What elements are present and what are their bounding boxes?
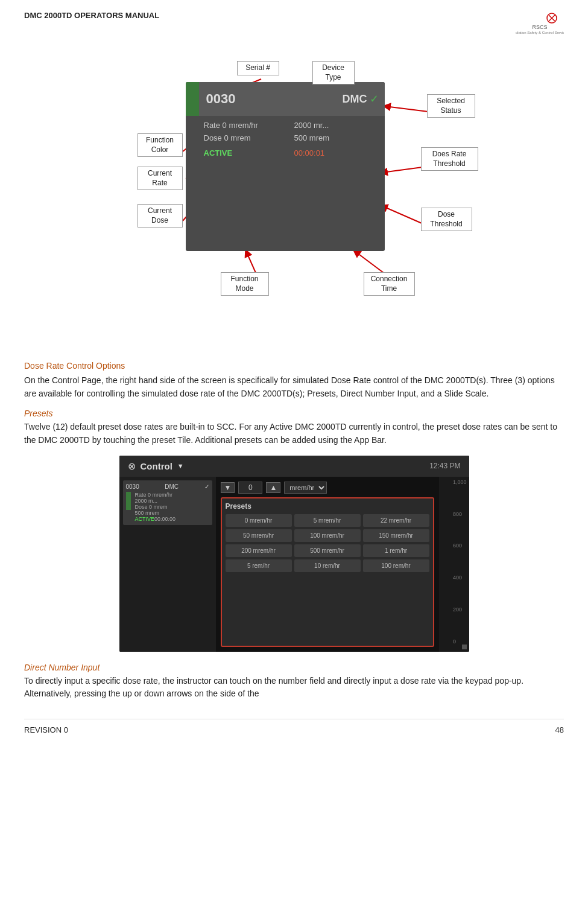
preset-btn-8[interactable]: 1 rem/hr <box>363 544 429 557</box>
page-footer: REVISION 0 48 <box>24 719 564 734</box>
presets-panel: Presets 0 mrem/hr5 mrem/hr22 mrem/hr50 m… <box>221 497 434 647</box>
sc-device-card: 0030 DMC ✓ Rate 0 mrem/hr 2000 m... Dose… <box>123 480 212 525</box>
presets-body: Twelve (12) default preset dose rates ar… <box>24 421 564 447</box>
preset-btn-9[interactable]: 5 rem/hr <box>226 559 292 572</box>
chart-label: 200 <box>453 607 467 613</box>
device-status-bar <box>186 82 199 116</box>
screenshot-title: Control <box>141 461 172 471</box>
preset-btn-1[interactable]: 5 mrem/hr <box>294 514 361 527</box>
screenshot-left-panel: 0030 DMC ✓ Rate 0 mrem/hr 2000 m... Dose… <box>119 477 216 652</box>
sc-rate-t: 2000 m... <box>135 498 176 504</box>
sc-status: ACTIVE <box>135 516 155 522</box>
annotation-connection-time: ConnectionTime <box>364 272 415 296</box>
screenshot-time: 12:43 PM <box>429 462 460 470</box>
chart-label: 0 <box>453 638 467 645</box>
screenshot-titlebar-left: ⊗ Control ▼ <box>128 460 184 472</box>
annotation-current-rate: CurrentRate <box>138 167 183 190</box>
direct-input-section: Direct Number Input To directly input a … <box>24 663 564 701</box>
device-time: 00:00:01 <box>289 148 380 158</box>
back-icon: ⊗ <box>128 460 136 472</box>
control-screenshot: ⊗ Control ▼ 12:43 PM 0030 DMC ✓ <box>119 456 469 652</box>
sc-chart-indicator <box>462 645 467 649</box>
annotation-serial: Serial # <box>237 61 279 75</box>
chart-label: 600 <box>453 543 467 549</box>
rate-threshold: 2000 mr... <box>289 121 380 130</box>
preset-btn-6[interactable]: 200 mrem/hr <box>226 544 292 557</box>
screenshot-right-panel: ▼ ▲ mrem/hr rem/hr Presets 0 mrem/hr5 mr… <box>216 477 439 652</box>
sc-chart-labels: 1,0008006004002000 <box>453 479 467 645</box>
chart-label: 400 <box>453 575 467 581</box>
page-header: DMC 2000TD OPERATORS MANUAL RSCS Radiati… <box>24 11 564 35</box>
device-serial: 0030 <box>199 91 343 107</box>
diagram-section: 0030 DMC ✓ Rate 0 mrem/hr 2000 mr... Dos… <box>24 46 564 348</box>
annotation-selected-status: SelectedStatus <box>427 94 475 118</box>
device-panel: 0030 DMC ✓ Rate 0 mrem/hr 2000 mr... Dos… <box>186 82 385 251</box>
document-title: DMC 2000TD OPERATORS MANUAL <box>24 11 159 20</box>
preset-btn-5[interactable]: 150 mrem/hr <box>363 529 429 542</box>
sc-device-green-bar <box>126 492 131 510</box>
sc-rate: Rate 0 mrem/hr <box>135 492 176 498</box>
device-diagram: 0030 DMC ✓ Rate 0 mrem/hr 2000 mr... Dos… <box>83 46 505 348</box>
sc-down-arrow-btn[interactable]: ▼ <box>221 482 235 493</box>
presets-title: Presets <box>226 502 429 511</box>
preset-btn-11[interactable]: 100 rem/hr <box>363 559 429 572</box>
dropdown-icon: ▼ <box>177 462 184 470</box>
control-screenshot-container: ⊗ Control ▼ 12:43 PM 0030 DMC ✓ <box>24 456 564 652</box>
chart-label: 1,000 <box>453 479 467 485</box>
chart-label: 800 <box>453 511 467 517</box>
device-type-text: DMC <box>343 93 367 106</box>
direct-input-body: To directly input a specific dose rate, … <box>24 675 564 701</box>
preset-btn-10[interactable]: 10 rem/hr <box>294 559 361 572</box>
svg-text:RSCS: RSCS <box>532 24 547 30</box>
rate-label: Rate 0 mrem/hr <box>204 121 289 130</box>
sc-dose-t: 500 mrem <box>135 510 176 516</box>
page-number: 48 <box>555 725 564 734</box>
preset-btn-2[interactable]: 22 mrem/hr <box>363 514 429 527</box>
svg-line-7 <box>385 106 433 112</box>
preset-btn-0[interactable]: 0 mrem/hr <box>226 514 292 527</box>
annotation-device-type: DeviceType <box>312 61 355 84</box>
direct-input-heading: Direct Number Input <box>24 663 564 672</box>
svg-line-10 <box>382 167 427 173</box>
sc-type: DMC <box>165 483 179 490</box>
checkmark-icon: ✓ <box>370 92 379 106</box>
sc-number-input[interactable] <box>238 482 262 494</box>
sc-dose: Dose 0 mrem <box>135 504 176 510</box>
annotation-current-dose: CurrentDose <box>138 204 183 228</box>
sc-chart-area: 1,0008006004002000 <box>439 477 469 652</box>
preset-btn-7[interactable]: 500 mrem/hr <box>294 544 361 557</box>
dose-label: Dose 0 mrem <box>204 133 289 142</box>
device-status: ACTIVE <box>204 148 289 158</box>
annotation-does-rate-threshold: Does RateThreshold <box>421 147 478 171</box>
sc-check: ✓ <box>204 483 209 490</box>
presets-grid: 0 mrem/hr5 mrem/hr22 mrem/hr50 mrem/hr10… <box>226 514 429 572</box>
presets-section: Presets Twelve (12) default preset dose … <box>24 409 564 447</box>
sc-serial: 0030 <box>126 483 139 490</box>
dose-rate-section: Dose Rate Control Options On the Control… <box>24 361 564 400</box>
screenshot-body: 0030 DMC ✓ Rate 0 mrem/hr 2000 m... Dose… <box>119 477 469 652</box>
dose-threshold: 500 mrem <box>289 133 380 142</box>
sc-time: 00:00:00 <box>154 516 175 522</box>
preset-btn-4[interactable]: 100 mrem/hr <box>294 529 361 542</box>
annotation-function-mode: FunctionMode <box>221 272 269 296</box>
sc-controls-row: ▼ ▲ mrem/hr rem/hr <box>221 482 434 494</box>
screenshot-titlebar: ⊗ Control ▼ 12:43 PM <box>119 456 469 477</box>
annotation-function-color: FunctionColor <box>138 133 183 157</box>
annotation-dose-threshold: DoseThreshold <box>421 208 472 231</box>
revision-label: REVISION 0 <box>24 725 68 734</box>
rscs-logo: RSCS Radiation Safety & Control Services <box>516 11 564 35</box>
preset-btn-3[interactable]: 50 mrem/hr <box>226 529 292 542</box>
sc-unit-dropdown[interactable]: mrem/hr rem/hr <box>284 482 327 494</box>
sc-up-arrow-btn[interactable]: ▲ <box>266 482 280 493</box>
dose-rate-heading: Dose Rate Control Options <box>24 361 564 371</box>
dose-rate-body: On the Control Page, the right hand side… <box>24 374 564 400</box>
presets-heading: Presets <box>24 409 564 418</box>
svg-text:Radiation Safety & Control Ser: Radiation Safety & Control Services <box>516 31 564 34</box>
